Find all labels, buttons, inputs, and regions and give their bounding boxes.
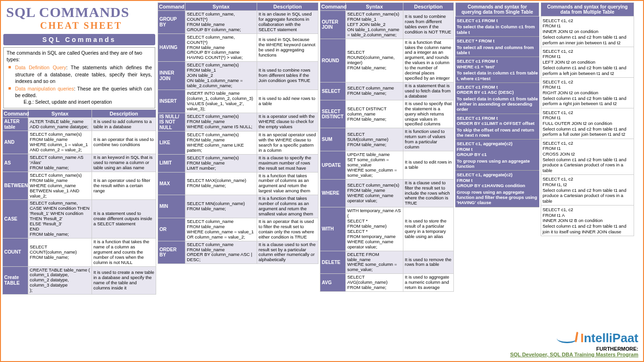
intro-box: The commands in SQL are called Queries a… [3,47,155,108]
cmd-cell: WITH [320,207,346,251]
table-row: OUTER JOINSELECT column_name(s) FROM tab… [320,11,454,39]
single-table-list: SELECT c1 FROM tTo select the data in Co… [455,16,539,207]
table-row: ROUNDSELECT ROUND(column_name, integer) … [320,39,454,82]
query-block: SELECT c1 FROM tORDER BY c1LIMIT n OFFSE… [455,114,539,140]
query-block: SELECT c1 FROM tTo select the data in Co… [455,16,539,37]
multi-table-header: Commands and syntax for querying data fr… [541,2,634,16]
table-row: ALTER tableALTER TABLE table_name ADD co… [3,118,156,131]
table-row: HAVINGSELECT column_name, COUNT(*) FROM … [158,33,318,62]
cmd-cell: ROUND [320,39,346,82]
query-block: SELECT c1, c2FROM t1FULL OUTER JOIN t2 o… [541,108,634,139]
table-row: ORDER BYSELECT column_name FROM table_na… [158,241,318,264]
table-row: Create TABLECREATE TABLE table_name ( co… [3,266,156,295]
intro-lead: The commands in SQL are called Queries a… [7,49,152,63]
cmd-cell: OR [158,218,185,241]
section-header: SQL Commands [3,34,155,45]
commands-table-1: CommandSyntaxDescription ALTER tableALTE… [2,109,156,295]
table-row: BETWEENSELECT column_name(s) FROM table_… [3,172,156,200]
cmd-cell: ALTER table [3,118,28,131]
table-row: DELETEDELETE FROM table_name WHERE some_… [320,251,454,274]
subtitle: CHEAT SHEET [6,20,156,31]
cmd-cell: INNER JOIN [158,62,185,90]
query-block: SELECT * FROM tTo select all rows and co… [455,37,539,57]
main-title: SQL COMMANDS [6,4,156,20]
query-block: SELECT c1, aggregate(c2)FROM tGROUP BY c… [455,140,539,171]
table-row: INNER JOINSELECT column_name(s) FROM tab… [158,62,318,90]
table-row: CASESELECT column_name, CASE WHEN condit… [3,200,156,238]
cmd-cell: GROUP BY [158,11,185,34]
table-row: SELECT DISTINCTSELECT DISTINCT column_na… [320,100,454,128]
table-row: SUMSELECT SUM(column_name) FROM table_na… [320,128,454,151]
commands-table-3: CommandSyntaxDescription OUTER JOINSELEC… [320,2,454,292]
table-row: WITHWITH temporary_name AS ( SELECT * FR… [320,207,454,251]
swoosh-icon [557,332,580,346]
cmd-cell: HAVING [158,33,185,62]
query-block: SELECT c1 FROM tWHERE c1 = 'test'To sele… [455,57,539,83]
logo-block: IntelliPaat FURTHERMORE: SQL Developer, … [510,331,638,357]
query-block: SELECT c1, c2FROM t1INNER JOIN t2 on con… [541,16,634,47]
cmd-cell: WHERE [320,179,346,207]
table-row: MINSELECT MIN(column_name) FROM table_na… [158,195,318,218]
brand-logo: IntelliPaat [510,331,638,346]
cmd-cell: LIKE [158,132,185,155]
table-row: GROUP BYSELECT column_name, COUNT(*) FRO… [158,11,318,34]
training-link[interactable]: SQL Developer, SQL DBA Training Masters … [510,352,638,357]
commands-table-2: CommandSyntaxDescription GROUP BYSELECT … [158,2,318,264]
table-row: MAXSELECT MAX(column_name) FROM table_na… [158,172,318,195]
table-row: INSERTINSERT INTO table_name (column_1, … [158,90,318,113]
table-row: ORSELECT column_name FROM table_name WHE… [158,218,318,241]
cmd-cell: DELETE [320,251,346,274]
table-row: AVGSELECT AVG(column_name) FROM table_na… [320,274,454,292]
cmd-cell: MIN [158,195,185,218]
cmd-cell: INSERT [158,90,185,113]
query-block: SELECT c1, c2FROM t1CROSS JOIN t2Select … [541,139,634,175]
cmd-cell: Create TABLE [3,266,28,295]
query-block: SELECT c1, aggregate(c2)FROM tGROUP BY c… [455,171,539,207]
intro-bullet: Data manipulation queries: These are the… [8,85,152,106]
cmd-cell: SELECT [320,82,346,100]
table-row: ANDSELECT column_name(s) FROM table_name… [3,131,156,154]
cmd-cell: SUM [320,128,346,151]
cmd-cell: BETWEEN [3,172,28,200]
cmd-cell: CASE [3,200,28,238]
cmd-cell: SELECT DISTINCT [320,100,346,128]
query-block: SELECT c1, c2FROM t1, t2Select column c1… [541,175,634,206]
cmd-cell: MAX [158,172,185,195]
intro-bullet: Data Definition Query: The statements wh… [8,64,152,84]
cmd-cell: UPDATE [320,151,346,180]
cmd-cell: LIMIT [158,154,185,172]
cmd-cell: ORDER BY [158,241,185,264]
cmd-cell: OUTER JOIN [320,11,346,39]
furthermore-label: FURTHERMORE: [510,346,638,352]
cmd-cell: AVG [320,274,346,292]
cmd-cell: AS [3,154,28,172]
cmd-cell: IS NULL/ IS NOT NULL [158,113,185,132]
multi-table-list: SELECT c1, c2FROM t1INNER JOIN t2 on con… [541,16,634,236]
table-row: COUNTSELECT COUNT(column_name) FROM tabl… [3,238,156,266]
table-row: ASSELECT column_name AS 'Alias' FROM tab… [3,154,156,172]
cmd-cell: AND [3,131,28,154]
query-block: SELECT c1, c2FROM t1 AINNER JOIN t2 B on… [541,206,634,236]
query-block: SELECT c1, c2FROM t1LEFT JOIN t2 on cond… [541,47,634,78]
title-block: SQL COMMANDS CHEAT SHEET [2,2,156,33]
single-table-header: Commands and syntax for querying data fr… [455,2,539,16]
table-row: SELECTSELECT column_name FROM table_name… [320,82,454,100]
cmd-cell: COUNT [3,238,28,266]
table-row: LIKESELECT column_name(s) FROM table_nam… [158,132,318,155]
query-block: SELECT c1, c2FROM t1RIGHT JOIN t2 on con… [541,78,634,108]
table-row: WHERESELECT column_name(s) FROM table_na… [320,179,454,207]
table-row: UPDATEUPDATE table_name SET some_column … [320,151,454,180]
table-row: IS NULL/ IS NOT NULLSELECT column_name(s… [158,113,318,132]
query-block: SELECT c1 FROM tORDER BY c1 ASC (DESC)To… [455,83,539,114]
table-row: LIMITSELECT column_name(s) FROM table_na… [158,154,318,172]
